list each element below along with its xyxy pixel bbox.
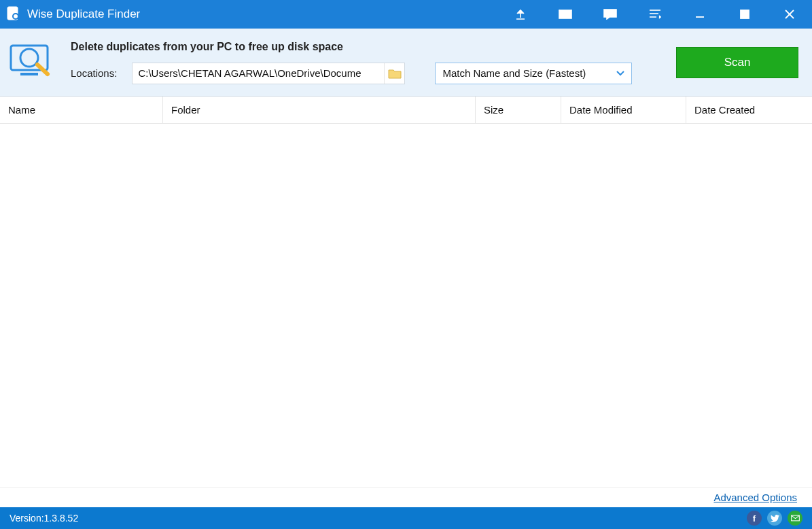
scan-logo-icon [7,43,56,82]
svg-rect-12 [741,10,749,18]
svg-rect-17 [20,73,38,75]
app-icon [7,6,20,23]
match-mode-value: Match Name and Size (Fastest) [442,67,586,79]
footer-options: Advanced Options [0,487,812,507]
twitter-icon[interactable] [767,511,782,526]
results-table-header: Name Folder Size Date Modified Date Crea… [0,97,812,124]
facebook-icon[interactable]: f [747,511,762,526]
column-folder[interactable]: Folder [163,97,476,123]
config-heading: Delete duplicates from your PC to free u… [71,41,632,53]
version-label: Version:1.3.8.52 [10,513,78,524]
mail-icon[interactable] [543,0,588,29]
titlebar: Wise Duplicate Finder [0,0,812,29]
locations-label: Locations: [71,67,117,79]
column-modified[interactable]: Date Modified [561,97,686,123]
minimize-icon[interactable] [677,0,722,29]
maximize-icon[interactable] [722,0,767,29]
folder-icon [388,68,402,79]
advanced-options-link[interactable]: Advanced Options [713,492,797,503]
chevron-down-icon [616,71,624,76]
match-mode-select[interactable]: Match Name and Size (Fastest) [435,63,632,84]
column-size[interactable]: Size [476,97,561,123]
results-area [0,124,812,487]
contact-icon[interactable] [788,511,802,526]
scan-button[interactable]: Scan [676,47,798,78]
close-icon[interactable] [767,0,812,29]
svg-point-6 [610,12,611,14]
svg-point-5 [607,12,608,14]
feedback-icon[interactable] [588,0,633,29]
column-name[interactable]: Name [0,97,163,123]
upgrade-icon[interactable] [498,0,543,29]
location-path-group [132,63,405,84]
location-input[interactable] [133,63,384,84]
titlebar-actions [498,0,812,29]
status-bar: Version:1.3.8.52 f [0,507,812,529]
config-bar: Delete duplicates from your PC to free u… [0,29,812,97]
browse-folder-button[interactable] [384,63,404,84]
menu-icon[interactable] [633,0,677,29]
column-created[interactable]: Date Created [686,97,812,123]
svg-point-16 [20,49,38,67]
svg-point-7 [612,12,614,14]
svg-line-2 [18,18,20,20]
app-title: Wise Duplicate Finder [27,7,140,21]
